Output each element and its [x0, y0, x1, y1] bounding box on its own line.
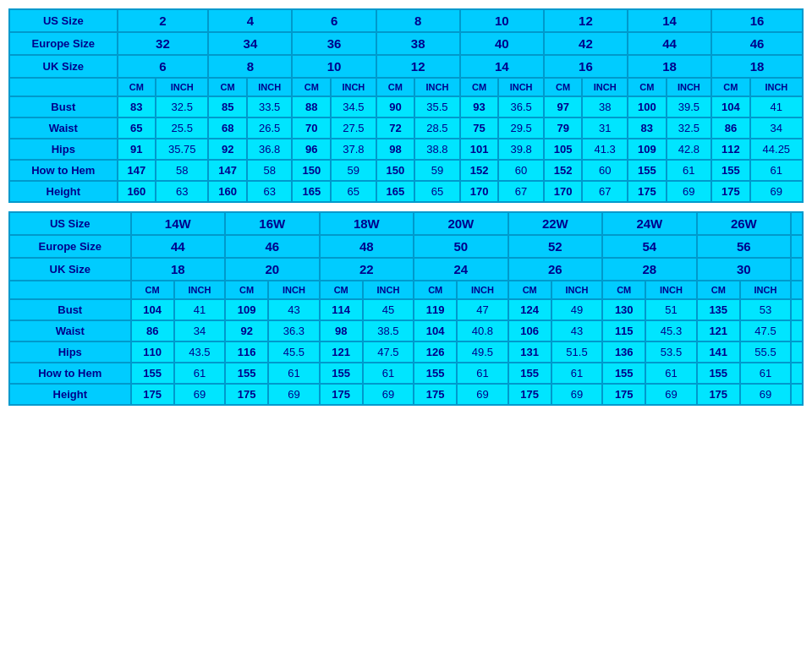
- unit-cm-5: CM: [460, 78, 499, 96]
- uk-size-empty2: [791, 258, 803, 281]
- europe-size-38: 38: [376, 32, 460, 55]
- europe-size-label-plus: Europe Size: [9, 235, 131, 258]
- bust-6-inch: 34.5: [331, 96, 376, 117]
- unit-inch-p7: INCH: [740, 281, 791, 299]
- how-to-hem-label-plus: How to Hem: [9, 363, 131, 384]
- europe-size-empty: [791, 235, 803, 258]
- uk-size-26p: 26: [508, 258, 603, 281]
- bust-2-inch: 32.5: [156, 96, 208, 117]
- uk-size-label-plus: UK Size: [9, 258, 131, 281]
- us-size-row-plus: US Size 14W 16W 18W 20W 22W 24W 26W: [9, 212, 803, 235]
- unit-cm-p7: CM: [697, 281, 740, 299]
- europe-size-48: 48: [320, 235, 414, 258]
- us-size-10: 10: [460, 9, 544, 32]
- us-size-14w: 14W: [131, 212, 226, 235]
- bust-row-plus: Bust 104 41 109 43 114 45 119 47 124 49 …: [9, 299, 803, 320]
- europe-size-46: 46: [711, 32, 803, 55]
- us-size-label: US Size: [9, 9, 118, 32]
- europe-size-56: 56: [697, 235, 792, 258]
- uk-size-row-plus: UK Size 18 20 22 24 26 28 30: [9, 258, 803, 281]
- bust-16-inch: 41: [750, 96, 803, 117]
- unit-cm-p4: CM: [414, 281, 457, 299]
- unit-inch-5: INCH: [498, 78, 544, 96]
- unit-inch-p3: INCH: [363, 281, 414, 299]
- unit-row-label: [9, 78, 118, 96]
- us-size-18w: 18W: [320, 212, 414, 235]
- waist-row-plus: Waist 86 34 92 36.3 98 38.5 104 40.8 106…: [9, 320, 803, 341]
- uk-size-16: 16: [544, 55, 628, 78]
- us-size-24w: 24W: [602, 212, 697, 235]
- unit-row-label-2: [9, 281, 131, 299]
- unit-inch-2: INCH: [247, 78, 293, 96]
- how-to-hem-row: How to Hem 147 58 147 58 150 59 150 59 1…: [9, 160, 803, 181]
- uk-size-20p: 20: [225, 258, 320, 281]
- bust-row: Bust 83 32.5 85 33.5 88 34.5 90 35.5 93 …: [9, 96, 803, 117]
- bust-14-cm: 100: [628, 96, 667, 117]
- us-size-20w: 20W: [414, 212, 508, 235]
- us-size-22w: 22W: [508, 212, 603, 235]
- uk-size-6: 6: [118, 55, 209, 78]
- uk-size-30p: 30: [697, 258, 792, 281]
- unit-cm-1: CM: [118, 78, 156, 96]
- how-to-hem-label: How to Hem: [9, 160, 118, 181]
- hips-row-plus: Hips 110 43.5 116 45.5 121 47.5 126 49.5…: [9, 341, 803, 363]
- unit-cm-p3: CM: [320, 281, 363, 299]
- us-size-16w: 16W: [225, 212, 320, 235]
- unit-cm-p6: CM: [602, 281, 645, 299]
- unit-inch-7: INCH: [667, 78, 712, 96]
- europe-size-54: 54: [602, 235, 697, 258]
- bust-14-inch: 39.5: [667, 96, 712, 117]
- bust-6-cm: 88: [292, 96, 331, 117]
- us-size-label-plus: US Size: [9, 212, 131, 235]
- unit-empty: [791, 281, 803, 299]
- uk-size-18: 18: [628, 55, 711, 78]
- uk-size-22p: 22: [320, 258, 414, 281]
- europe-size-42: 42: [544, 32, 628, 55]
- unit-inch-p4: INCH: [457, 281, 508, 299]
- us-size-4: 4: [208, 9, 292, 32]
- europe-size-52: 52: [508, 235, 603, 258]
- unit-cm-8: CM: [711, 78, 750, 96]
- europe-size-32: 32: [118, 32, 209, 55]
- us-size-row: US Size 2 4 6 8 10 12 14 16: [9, 9, 803, 32]
- us-size-6: 6: [292, 9, 376, 32]
- bust-16-cm: 104: [711, 96, 750, 117]
- us-size-16: 16: [711, 9, 803, 32]
- bust-label: Bust: [9, 96, 118, 117]
- unit-cm-3: CM: [292, 78, 331, 96]
- height-label-plus: Height: [9, 384, 131, 405]
- uk-size-label: UK Size: [9, 55, 118, 78]
- unit-cm-4: CM: [376, 78, 415, 96]
- europe-size-40: 40: [460, 32, 544, 55]
- uk-size-18p: 18: [131, 258, 226, 281]
- bust-8-inch: 35.5: [414, 96, 460, 117]
- bust-12-cm: 97: [544, 96, 583, 117]
- waist-row: Waist 65 25.5 68 26.5 70 27.5 72 28.5 75…: [9, 117, 803, 139]
- europe-size-row: Europe Size 32 34 36 38 40 42 44 46: [9, 32, 803, 55]
- unit-inch-8: INCH: [750, 78, 803, 96]
- unit-inch-p6: INCH: [645, 281, 696, 299]
- hips-label: Hips: [9, 139, 118, 160]
- unit-cm-7: CM: [628, 78, 667, 96]
- uk-size-14: 14: [460, 55, 544, 78]
- europe-size-34: 34: [208, 32, 292, 55]
- bust-2-cm: 83: [118, 96, 156, 117]
- unit-inch-6: INCH: [582, 78, 628, 96]
- unit-cm-p1: CM: [131, 281, 174, 299]
- uk-size-18b: 18: [711, 55, 803, 78]
- us-size-12: 12: [544, 9, 628, 32]
- bust-8-cm: 90: [376, 96, 415, 117]
- uk-size-10: 10: [292, 55, 376, 78]
- europe-size-36: 36: [292, 32, 376, 55]
- plus-size-table: US Size 14W 16W 18W 20W 22W 24W 26W Euro…: [8, 211, 804, 406]
- us-size-8: 8: [376, 9, 460, 32]
- hips-label-plus: Hips: [9, 341, 131, 363]
- us-size-14: 14: [628, 9, 711, 32]
- europe-size-44: 44: [131, 235, 226, 258]
- waist-label-plus: Waist: [9, 320, 131, 341]
- unit-inch-p2: INCH: [268, 281, 319, 299]
- size-chart-container: US Size 2 4 6 8 10 12 14 16 Europe Size …: [8, 8, 804, 406]
- unit-cm-p2: CM: [225, 281, 268, 299]
- us-size-2: 2: [118, 9, 209, 32]
- bust-10-cm: 93: [460, 96, 499, 117]
